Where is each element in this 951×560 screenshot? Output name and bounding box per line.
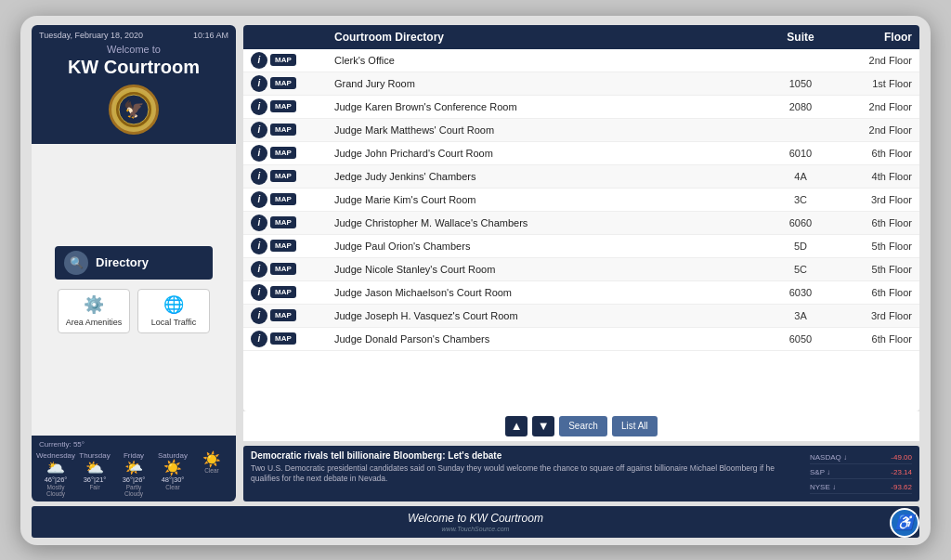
news-headline: Democratic rivals tell billionaire Bloom… [251, 450, 802, 461]
table-row: i MAP Judge John Prichard's Court Room 6… [243, 142, 919, 165]
row-actions: i MAP [251, 75, 334, 92]
table-row: i MAP Judge Christopher M. Wallace's Cha… [243, 212, 919, 235]
row-actions: i MAP [251, 238, 334, 254]
local-traffic-button[interactable]: 🌐 Local Traffic [137, 289, 210, 333]
directory-table: Courtroom Directory Suite Floor i MAP Cl… [243, 25, 919, 411]
weather-thursday: Thursday ⛅ 36°|21° Fair [78, 451, 111, 490]
info-button[interactable]: i [251, 238, 267, 254]
directory-button[interactable]: 🔍 Directory [55, 246, 213, 280]
area-amenities-button[interactable]: ⚙️ Area Amenities [58, 289, 130, 333]
info-button[interactable]: i [251, 168, 267, 185]
welcome-label: Welcome to [39, 44, 228, 55]
stock-name: S&P ↓ [810, 468, 830, 476]
accessibility-button[interactable]: ♿ [890, 508, 919, 538]
row-floor: 6th Floor [838, 333, 912, 345]
map-button[interactable]: MAP [270, 263, 296, 275]
weather-saturday: Saturday ☀️ 48°|30° Clear [156, 451, 189, 490]
list-all-button[interactable]: List All [612, 416, 658, 436]
map-button[interactable]: MAP [270, 216, 296, 228]
map-button[interactable]: MAP [270, 309, 296, 321]
right-panel: Courtroom Directory Suite Floor i MAP Cl… [243, 25, 919, 501]
map-button[interactable]: MAP [270, 170, 296, 182]
row-floor: 3rd Floor [838, 194, 912, 205]
info-button[interactable]: i [251, 75, 267, 92]
info-button[interactable]: i [251, 145, 267, 162]
footer-label: Welcome to KW Courtroom [408, 512, 543, 525]
map-button[interactable]: MAP [270, 54, 296, 66]
amenities-icon: ⚙️ [84, 294, 104, 315]
col-header-floor: Floor [838, 31, 912, 44]
row-name: Judge Paul Orion's Chambers [334, 241, 763, 252]
info-button[interactable]: i [251, 307, 267, 324]
weather-wednesday: Wednesday 🌥️ 46°|26° Mostly Cloudy [39, 451, 72, 497]
info-button[interactable]: i [251, 331, 267, 347]
row-actions: i MAP [251, 191, 334, 208]
row-suite: 4A [763, 171, 838, 182]
row-suite: 3C [763, 194, 838, 205]
row-name: Grand Jury Room [334, 78, 763, 89]
map-button[interactable]: MAP [270, 100, 296, 112]
stock-value: -49.00 [891, 453, 912, 462]
weather-bar: Currently: 55° Wednesday 🌥️ 46°|26° Most… [32, 436, 236, 501]
info-button[interactable]: i [251, 215, 267, 231]
map-button[interactable]: MAP [270, 124, 296, 136]
row-actions: i MAP [251, 52, 334, 69]
info-button[interactable]: i [251, 284, 267, 301]
footer-sub: www.TouchSource.com [37, 526, 914, 532]
row-floor: 6th Floor [838, 217, 912, 228]
row-suite: 6010 [763, 148, 838, 159]
map-button[interactable]: MAP [270, 240, 296, 252]
stock-row: NASDAQ ↓ -49.00 [810, 453, 912, 464]
map-button[interactable]: MAP [270, 332, 296, 345]
row-actions: i MAP [251, 145, 334, 162]
info-button[interactable]: i [251, 52, 267, 69]
date-row: Tuesday, February 18, 2020 10:16 AM [39, 31, 228, 40]
info-button[interactable]: i [251, 122, 267, 138]
traffic-label: Local Traffic [151, 318, 196, 327]
left-middle: 🔍 Directory ⚙️ Area Amenities 🌐 Local Tr… [32, 144, 236, 436]
map-button[interactable]: MAP [270, 77, 296, 89]
row-name: Judge Donald Parson's Chambers [334, 333, 763, 345]
row-name: Clerk's Office [334, 55, 763, 66]
row-floor: 6th Floor [838, 148, 912, 159]
row-suite: 5C [763, 264, 838, 275]
row-suite: 6050 [763, 333, 838, 345]
row-floor: 6th Floor [838, 287, 912, 298]
news-content: Democratic rivals tell billionaire Bloom… [251, 450, 802, 497]
info-button[interactable]: i [251, 191, 267, 208]
map-button[interactable]: MAP [270, 147, 296, 159]
row-actions: i MAP [251, 168, 334, 185]
map-button[interactable]: MAP [270, 193, 296, 205]
directory-label: Directory [96, 255, 149, 269]
row-floor: 2nd Floor [838, 124, 912, 136]
device-frame: Tuesday, February 18, 2020 10:16 AM Welc… [20, 16, 931, 545]
map-button[interactable]: MAP [270, 286, 296, 298]
info-button[interactable]: i [251, 98, 267, 115]
date-label: Tuesday, February 18, 2020 [39, 31, 143, 40]
row-suite: 6060 [763, 217, 838, 228]
row-floor: 4th Floor [838, 171, 912, 182]
weather-row: Wednesday 🌥️ 46°|26° Mostly Cloudy Thurs… [39, 451, 228, 497]
row-name: Judge Karen Brown's Conference Room [334, 101, 763, 112]
table-row: i MAP Grand Jury Room 1050 1st Floor [243, 72, 919, 96]
table-row: i MAP Judge Jason Michaelson's Court Roo… [243, 281, 919, 305]
row-suite: 1050 [763, 78, 838, 89]
row-name: Judge Joseph H. Vasquez's Court Room [334, 310, 763, 321]
row-name: Judge Mark Matthews' Court Room [334, 124, 763, 136]
kw-seal: 🦅 [109, 85, 159, 135]
table-row: i MAP Judge Donald Parson's Chambers 605… [243, 328, 919, 351]
row-actions: i MAP [251, 215, 334, 231]
scroll-up-button[interactable]: ▲ [505, 416, 528, 436]
table-row: i MAP Jedge Judy Jenkins' Chambers 4A 4t… [243, 165, 919, 189]
news-bar: Democratic rivals tell billionaire Bloom… [243, 446, 919, 501]
row-actions: i MAP [251, 261, 334, 278]
scroll-down-button[interactable]: ▼ [532, 416, 554, 436]
row-suite: 5D [763, 241, 838, 252]
weather-day-0: Wednesday [36, 451, 75, 460]
row-actions: i MAP [251, 122, 334, 138]
info-button[interactable]: i [251, 261, 267, 278]
row-name: Judge Christopher M. Wallace's Chambers [334, 217, 763, 228]
weather-friday: Friday 🌤️ 36°|26° Partly Cloudy [117, 451, 150, 497]
search-button[interactable]: Search [559, 416, 607, 436]
stock-value: -23.14 [891, 468, 912, 476]
